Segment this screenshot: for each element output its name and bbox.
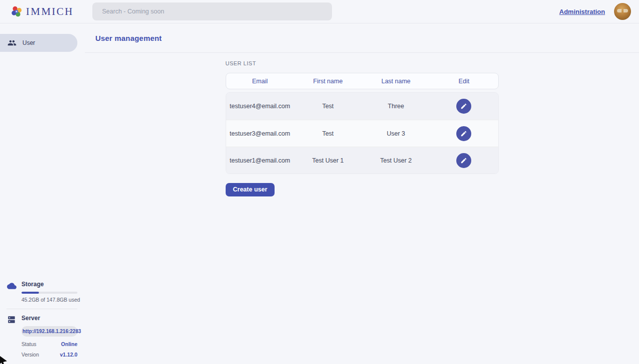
col-header-first-name: First name — [294, 78, 362, 85]
cell-email: testuser1@email.com — [226, 157, 294, 164]
page-header: User management — [85, 23, 639, 53]
edit-user-button[interactable] — [456, 153, 471, 168]
cell-last-name: Three — [362, 103, 430, 110]
status-value: Online — [61, 341, 77, 347]
app-logo[interactable]: IMMICH — [11, 5, 74, 18]
sidebar: User Storage 45.2GB of 147.8GB used — [0, 23, 85, 364]
edit-user-button[interactable] — [456, 126, 471, 141]
status-label: Status — [21, 341, 36, 347]
cell-email: testuser3@email.com — [226, 130, 294, 137]
user-avatar[interactable] — [614, 3, 631, 20]
cell-email: testuser4@email.com — [226, 103, 294, 110]
storage-widget: Storage 45.2GB of 147.8GB used — [0, 281, 85, 303]
edit-user-button[interactable] — [456, 99, 471, 114]
storage-usage-text: 45.2GB of 147.8GB used — [21, 297, 77, 303]
section-label: USER LIST — [226, 60, 499, 66]
server-title: Server — [21, 315, 77, 322]
page-title: User management — [95, 34, 162, 42]
pencil-icon — [460, 130, 467, 137]
app-title: IMMICH — [26, 5, 74, 18]
administration-link[interactable]: Administration — [559, 8, 605, 15]
table-row: testuser1@email.com Test User 1 Test Use… — [226, 147, 498, 174]
main-panel: User management USER LIST Email First na… — [85, 23, 639, 364]
main-content: USER LIST Email First name Last name Edi… — [85, 53, 639, 196]
server-status-row: Status Online — [21, 341, 77, 347]
storage-progress-fill — [21, 292, 39, 294]
cell-first-name: Test — [294, 130, 362, 137]
pencil-icon — [460, 157, 467, 164]
storage-title: Storage — [21, 281, 77, 288]
version-value: v1.12.0 — [60, 352, 77, 358]
sidebar-item-user[interactable]: User — [0, 34, 77, 52]
cell-last-name: User 3 — [362, 130, 430, 137]
server-version-row: Version v1.12.0 — [21, 352, 77, 358]
server-url-badge: http://192.168.1.216:2283 — [21, 326, 77, 337]
cell-first-name: Test — [294, 103, 362, 110]
storage-progress-track — [21, 292, 77, 294]
top-bar: IMMICH Administration — [0, 0, 639, 23]
table-row: testuser4@email.com Test Three — [226, 93, 498, 120]
sidebar-footer: Storage 45.2GB of 147.8GB used Server — [0, 281, 85, 358]
table-header: Email First name Last name Edit — [226, 73, 499, 89]
version-label: Version — [21, 352, 39, 358]
search-bar[interactable] — [92, 2, 332, 20]
user-table: testuser4@email.com Test Three t — [226, 92, 499, 174]
server-icon — [7, 315, 17, 358]
sidebar-item-label: User — [22, 39, 35, 46]
users-icon — [7, 38, 16, 47]
app-shell: User Storage 45.2GB of 147.8GB used — [0, 23, 639, 364]
col-header-email: Email — [226, 78, 294, 85]
cell-last-name: Test User 2 — [362, 157, 430, 164]
cell-first-name: Test User 1 — [294, 157, 362, 164]
table-row: testuser3@email.com Test User 3 — [226, 120, 498, 147]
cloud-icon — [7, 281, 17, 303]
col-header-edit: Edit — [430, 78, 498, 85]
create-user-button[interactable]: Create user — [226, 183, 275, 196]
immich-flower-icon — [11, 6, 22, 17]
server-widget: Server http://192.168.1.216:2283 Status … — [0, 315, 85, 358]
col-header-last-name: Last name — [362, 78, 430, 85]
search-input[interactable] — [102, 8, 322, 15]
pencil-icon — [460, 103, 467, 110]
sidebar-divider — [6, 309, 77, 309]
